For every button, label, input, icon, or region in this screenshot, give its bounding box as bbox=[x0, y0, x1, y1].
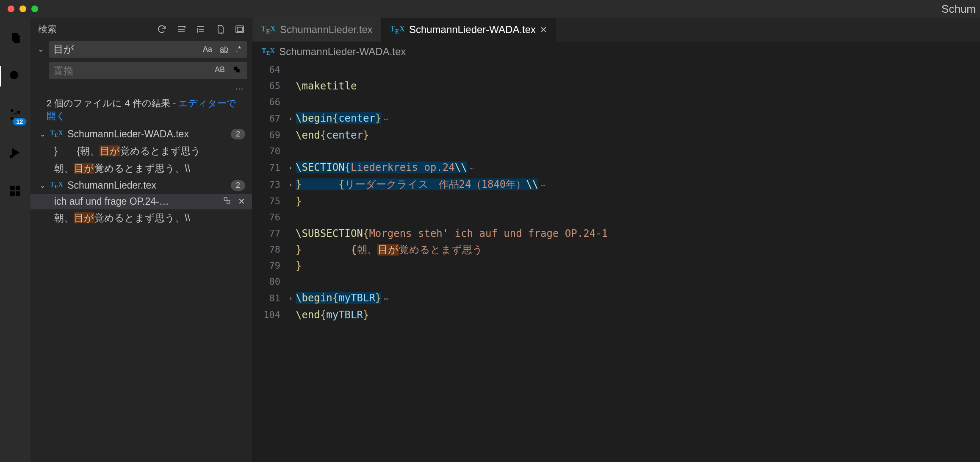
search-input[interactable] bbox=[53, 43, 197, 55]
match-highlight: 目が bbox=[377, 244, 399, 256]
result-line[interactable]: 朝、目が覚めるとまず思う、\\ bbox=[30, 209, 252, 227]
sidebar-header: 検索 bbox=[30, 18, 252, 38]
explorer-tab[interactable] bbox=[0, 25, 30, 51]
code-line[interactable]: 65\maketitle bbox=[252, 78, 980, 94]
line-number: 66 bbox=[252, 94, 285, 110]
line-number: 69 bbox=[252, 127, 285, 143]
code-text: } bbox=[296, 193, 302, 209]
maximize-window-button[interactable] bbox=[31, 6, 38, 12]
more-options-button[interactable]: ⋯ bbox=[30, 82, 252, 95]
replace-all-button[interactable] bbox=[231, 64, 243, 77]
result-file-header[interactable]: ⌄TEXSchumannLieder.tex2 bbox=[30, 177, 252, 194]
svg-rect-28 bbox=[224, 198, 227, 200]
result-file-header[interactable]: ⌄TEXSchumannLieder-WADA.tex2 bbox=[30, 126, 252, 142]
code-line[interactable]: 75} bbox=[252, 193, 980, 209]
code-line[interactable]: 77\SUBSECTION{Morgens steh' ich auf und … bbox=[252, 225, 980, 242]
tab-active[interactable]: TEXSchumannLieder-WADA.tex✕ bbox=[382, 18, 556, 42]
code-line[interactable]: 73›} {リーダークライス 作品24（1840年）\\⋯ bbox=[252, 176, 980, 193]
activity-bar: 12 bbox=[0, 18, 30, 462]
whole-word-toggle[interactable]: ab bbox=[218, 44, 230, 55]
code-text: \maketitle bbox=[296, 78, 357, 94]
code-line[interactable]: 76 bbox=[252, 209, 980, 225]
code-line[interactable]: 64 bbox=[252, 62, 980, 78]
code-line[interactable]: 71›\SECTION{Liederkreis op.24\\⋯ bbox=[252, 159, 980, 176]
regex-toggle[interactable]: .* bbox=[234, 44, 243, 55]
code-text: } {リーダークライス 作品24（1840年）\\⋯ bbox=[296, 176, 545, 193]
svg-point-2 bbox=[10, 71, 18, 79]
summary-text: 2 個のファイルに 4 件の結果 - bbox=[47, 98, 178, 109]
close-tab-icon[interactable]: ✕ bbox=[540, 25, 547, 35]
result-line[interactable]: } {朝、目が覚めるとまず思う bbox=[30, 142, 252, 160]
line-number: 80 bbox=[252, 274, 285, 290]
svg-rect-1 bbox=[14, 35, 20, 43]
line-number: 79 bbox=[252, 258, 285, 274]
fold-toggle[interactable]: › bbox=[285, 160, 296, 176]
code-editor[interactable]: 6465\maketitle6667›\begin{center}⋯69\end… bbox=[252, 62, 980, 331]
refresh-button[interactable] bbox=[156, 24, 167, 35]
replace-one-icon[interactable] bbox=[223, 196, 231, 207]
open-editor-button[interactable] bbox=[234, 24, 245, 35]
sidebar-actions bbox=[156, 24, 245, 35]
dismiss-result-icon[interactable]: ✕ bbox=[238, 196, 245, 207]
code-line[interactable]: 69\end{center} bbox=[252, 127, 980, 143]
tex-icon: TEX bbox=[50, 181, 63, 190]
code-line[interactable]: 70 bbox=[252, 143, 980, 159]
line-number: 104 bbox=[252, 307, 285, 323]
extensions-tab[interactable] bbox=[0, 178, 30, 203]
code-line[interactable]: 80 bbox=[252, 274, 980, 290]
close-window-button[interactable] bbox=[8, 6, 14, 12]
code-text: \SECTION{Liederkreis op.24\\⋯ bbox=[296, 159, 474, 176]
clear-button[interactable] bbox=[176, 24, 187, 35]
preserve-case-toggle[interactable]: AB bbox=[213, 64, 227, 77]
collapse-button[interactable] bbox=[195, 24, 206, 35]
result-line[interactable]: 朝、目が覚めるとまず思う、\\ bbox=[30, 160, 252, 177]
result-line[interactable]: ich auf und frage OP.24-…✕ bbox=[30, 194, 252, 209]
search-sidebar: 検索 ⌄ Aa ab .* bbox=[30, 18, 252, 462]
sidebar-title: 検索 bbox=[38, 23, 57, 36]
fold-toggle[interactable]: › bbox=[285, 111, 296, 127]
svg-rect-12 bbox=[16, 191, 20, 196]
svg-rect-9 bbox=[10, 186, 15, 190]
code-line[interactable]: 79} bbox=[252, 258, 980, 274]
svg-rect-25 bbox=[237, 27, 242, 31]
line-number: 64 bbox=[252, 62, 285, 78]
code-line[interactable]: 67›\begin{center}⋯ bbox=[252, 110, 980, 127]
tab[interactable]: TEXSchumannLieder.tex bbox=[252, 18, 382, 42]
fold-toggle[interactable]: › bbox=[285, 290, 296, 306]
editor-tabs: TEXSchumannLieder.texTEXSchumannLieder-W… bbox=[252, 18, 980, 42]
code-line[interactable]: 66 bbox=[252, 94, 980, 110]
new-file-button[interactable] bbox=[215, 24, 226, 35]
replace-input[interactable] bbox=[53, 65, 209, 77]
tab-label: SchumannLieder.tex bbox=[280, 24, 373, 36]
svg-rect-27 bbox=[236, 69, 239, 72]
svg-rect-11 bbox=[10, 191, 15, 196]
scm-tab[interactable]: 12 bbox=[0, 102, 30, 127]
result-file-name: SchumannLieder.tex bbox=[67, 180, 227, 191]
toggle-replace-button[interactable]: ⌄ bbox=[35, 45, 47, 54]
breadcrumbs[interactable]: TEX SchumannLieder-WADA.tex bbox=[252, 42, 980, 62]
tex-icon: TEX bbox=[50, 129, 63, 139]
svg-point-8 bbox=[10, 155, 13, 158]
line-number: 77 bbox=[252, 225, 285, 242]
window-title: Schum bbox=[941, 3, 976, 16]
code-text: \end{myTBLR} bbox=[296, 307, 369, 323]
fold-toggle[interactable]: › bbox=[285, 177, 296, 193]
chevron-down-icon: ⌄ bbox=[39, 181, 46, 189]
minimize-window-button[interactable] bbox=[19, 6, 26, 12]
files-icon bbox=[8, 31, 22, 45]
line-number: 65 bbox=[252, 78, 285, 94]
line-number: 73 bbox=[252, 177, 285, 193]
search-tab[interactable] bbox=[0, 64, 30, 89]
debug-tab[interactable] bbox=[0, 140, 30, 165]
code-text: \begin{center}⋯ bbox=[296, 110, 388, 127]
tex-icon: TEX bbox=[262, 47, 275, 56]
scm-badge: 12 bbox=[13, 118, 26, 125]
result-count-badge: 2 bbox=[231, 180, 245, 191]
line-number: 67 bbox=[252, 111, 285, 127]
case-sensitive-toggle[interactable]: Aa bbox=[201, 44, 214, 55]
line-number: 75 bbox=[252, 193, 285, 209]
result-file-name: SchumannLieder-WADA.tex bbox=[67, 128, 227, 140]
code-line[interactable]: 78} {朝、目が覚めるとまず思う bbox=[252, 242, 980, 258]
code-line[interactable]: 81›\begin{myTBLR}⋯ bbox=[252, 290, 980, 307]
code-line[interactable]: 104\end{myTBLR} bbox=[252, 307, 980, 323]
